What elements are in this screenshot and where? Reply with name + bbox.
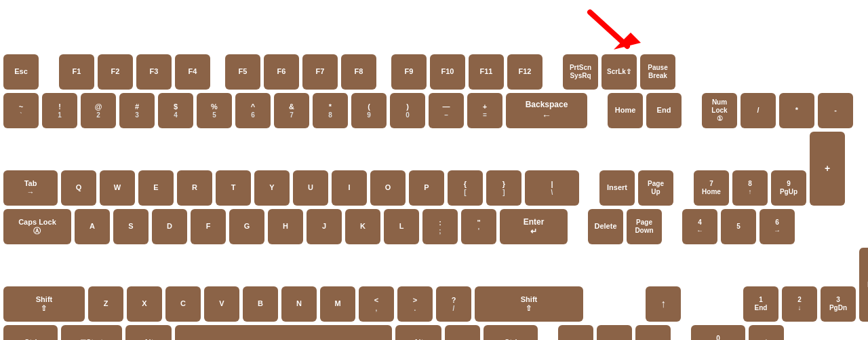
key-arr-down[interactable]: ↓ (597, 325, 632, 340)
key-num5[interactable]: 5 (721, 209, 756, 244)
key-0[interactable]: )0 (390, 93, 425, 128)
key-5[interactable]: %5 (197, 93, 232, 128)
key-period[interactable]: >. (397, 286, 433, 322)
key-home[interactable]: Home (608, 93, 643, 128)
key-pause[interactable]: PauseBreak (640, 54, 675, 90)
key-y[interactable]: Y (254, 170, 290, 206)
key-num4[interactable]: 4← (682, 209, 717, 244)
key-f1[interactable]: F1 (59, 54, 94, 90)
key-alt-left[interactable]: Alt (125, 325, 172, 340)
key-scrlk[interactable]: ScrLk⇧ (601, 54, 637, 90)
key-6[interactable]: ^6 (235, 93, 271, 128)
key-num-enter[interactable]: Enter (859, 248, 868, 322)
key-arr-right[interactable]: → (635, 325, 671, 340)
key-f2[interactable]: F2 (98, 54, 133, 90)
key-num3[interactable]: 3PgDn (821, 286, 856, 322)
key-j[interactable]: J (307, 209, 342, 244)
key-shift-left[interactable]: Shift⇧ (3, 286, 85, 322)
key-num0[interactable]: 0Ins (691, 325, 745, 340)
key-num7[interactable]: 7Home (694, 170, 729, 206)
key-num1[interactable]: 1End (743, 286, 778, 322)
key-2[interactable]: @2 (81, 93, 116, 128)
key-comma[interactable]: <, (359, 286, 394, 322)
key-tab[interactable]: Tab→ (3, 170, 58, 206)
key-delete[interactable]: Delete (588, 209, 623, 244)
key-ctrl-left[interactable]: Ctrl (3, 325, 58, 340)
key-esc[interactable]: Esc (3, 54, 39, 90)
key-f8[interactable]: F8 (341, 54, 376, 90)
key-e[interactable]: E (138, 170, 174, 206)
key-w[interactable]: W (100, 170, 135, 206)
key-b[interactable]: B (243, 286, 278, 322)
key-z[interactable]: Z (88, 286, 123, 322)
key-m[interactable]: M (320, 286, 355, 322)
key-num-plus[interactable]: + (810, 132, 845, 206)
key-arr-up[interactable]: ↑ (646, 286, 681, 322)
key-quote[interactable]: "' (461, 209, 496, 244)
key-num9[interactable]: 9PgUp (771, 170, 806, 206)
key-u[interactable]: U (293, 170, 328, 206)
key-backspace[interactable]: Backspace← (506, 93, 587, 128)
key-9[interactable]: (9 (351, 93, 387, 128)
key-4[interactable]: $4 (158, 93, 193, 128)
key-p[interactable]: P (409, 170, 444, 206)
key-g[interactable]: G (229, 209, 264, 244)
key-f9[interactable]: F9 (391, 54, 427, 90)
key-3[interactable]: #3 (119, 93, 155, 128)
key-end[interactable]: End (646, 93, 682, 128)
key-i[interactable]: I (332, 170, 367, 206)
key-rbracket[interactable]: }] (486, 170, 521, 206)
key-f5[interactable]: F5 (225, 54, 260, 90)
key-num-minus[interactable]: - (818, 93, 853, 128)
key-enter[interactable]: Enter↵ (500, 209, 568, 244)
key-7[interactable]: &7 (274, 93, 309, 128)
key-alt-right[interactable]: Alt (395, 325, 441, 340)
key-capslock[interactable]: Caps LockⒶ (3, 209, 71, 244)
key-h[interactable]: H (268, 209, 303, 244)
key-r[interactable]: R (177, 170, 212, 206)
key-pagedown[interactable]: PageDown (627, 209, 662, 244)
key-numdot[interactable]: .Del (749, 325, 784, 340)
key-tilde[interactable]: ~` (3, 93, 39, 128)
key-1[interactable]: !1 (42, 93, 77, 128)
key-a[interactable]: A (75, 209, 110, 244)
key-f7[interactable]: F7 (302, 54, 338, 90)
key-lbracket[interactable]: {[ (448, 170, 483, 206)
key-f[interactable]: F (191, 209, 226, 244)
key-f6[interactable]: F6 (264, 54, 299, 90)
key-n[interactable]: N (281, 286, 317, 322)
key-insert[interactable]: Insert (599, 170, 635, 206)
key-s[interactable]: S (113, 209, 149, 244)
key-arr-left[interactable]: ← (558, 325, 593, 340)
key-f3[interactable]: F3 (136, 54, 172, 90)
key-space[interactable] (175, 325, 392, 340)
key-prtscn[interactable]: PrtScnSysRq (563, 54, 598, 90)
key-num8[interactable]: 8↑ (732, 170, 768, 206)
key-x[interactable]: X (127, 286, 162, 322)
key-f4[interactable]: F4 (175, 54, 210, 90)
key-num-slash[interactable]: / (741, 93, 776, 128)
key-f12[interactable]: F12 (507, 54, 542, 90)
key-t[interactable]: T (216, 170, 251, 206)
key-8[interactable]: *8 (313, 93, 348, 128)
key-o[interactable]: O (370, 170, 406, 206)
key-num2[interactable]: 2↓ (782, 286, 817, 322)
key-equals[interactable]: += (467, 93, 502, 128)
key-d[interactable]: D (152, 209, 187, 244)
key-num-star[interactable]: * (779, 93, 814, 128)
key-minus[interactable]: —– (429, 93, 464, 128)
key-menu[interactable]: ≡ (445, 325, 480, 340)
key-f11[interactable]: F11 (469, 54, 504, 90)
key-numlock[interactable]: NumLock① (702, 93, 737, 128)
key-pageup[interactable]: PageUp (638, 170, 673, 206)
key-shift-right[interactable]: Shift⇧ (475, 286, 583, 322)
key-l[interactable]: L (384, 209, 419, 244)
key-ctrl-right[interactable]: Ctrl (484, 325, 538, 340)
key-num6[interactable]: 6→ (760, 209, 795, 244)
key-k[interactable]: K (345, 209, 380, 244)
key-v[interactable]: V (204, 286, 239, 322)
key-start[interactable]: ⊞Start (61, 325, 122, 340)
key-semicolon[interactable]: :; (422, 209, 458, 244)
key-slash[interactable]: ?/ (436, 286, 471, 322)
key-c[interactable]: C (165, 286, 201, 322)
